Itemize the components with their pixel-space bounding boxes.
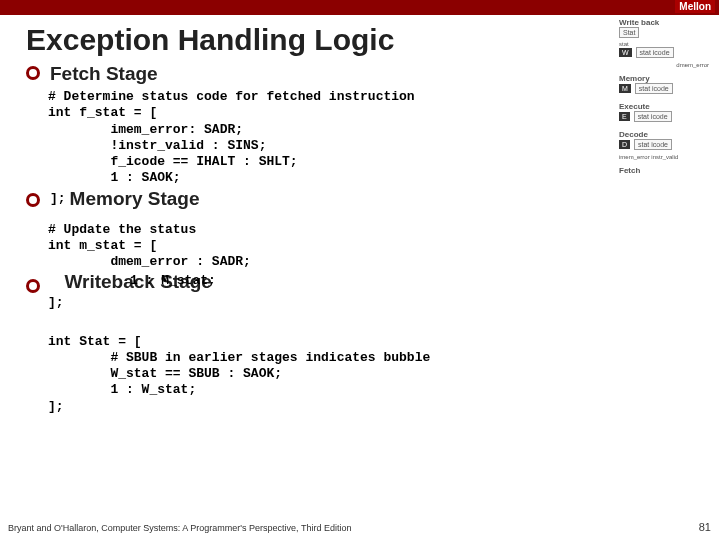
slide-title: Exception Handling Logic [26,23,719,57]
fetch-stage-label: Fetch Stage [50,63,158,85]
diagram-decode-label: Decode [619,130,709,139]
diagram-imem-error: imem_error instr_valid [619,154,709,160]
memory-overlay-code: 1 : M_stat; [130,273,216,288]
pipeline-diagram: Write back Stat stat W stat icode dmem_e… [619,12,709,175]
diagram-stat-oval: Stat [619,27,639,38]
header-bar: Mellon [0,0,719,15]
bullet-icon [26,279,40,293]
writeback-stage-heading: Writeback Stage 1 : M_stat; [26,271,719,293]
memory-code: # Update the status int m_stat = [ dmem_… [48,222,719,271]
diagram-m-fields: stat icode [635,83,673,94]
bullet-icon [26,193,40,207]
bullet-icon [26,66,40,80]
diagram-d-fields: stat icode [634,139,672,150]
fetch-stage-heading: Fetch Stage [26,63,719,85]
memory-stage-heading: ]; Memory Stage [26,188,719,210]
diagram-d-reg: D [619,140,630,149]
footer-citation: Bryant and O'Hallaron, Computer Systems:… [8,523,351,533]
diagram-e-fields: stat icode [634,111,672,122]
memory-close-bracket: ]; [48,295,719,311]
writeback-code: int Stat = [ # SBUB in earlier stages in… [48,334,719,415]
diagram-dmem-error: dmem_error [619,62,709,68]
diagram-execute-label: Execute [619,102,709,111]
diagram-w-fields: stat icode [636,47,674,58]
diagram-w-reg: W [619,48,632,57]
diagram-e-reg: E [619,112,630,121]
diagram-m-reg: M [619,84,631,93]
diagram-stat-text: stat [619,41,629,47]
diagram-memory-label: Memory [619,74,709,83]
fetch-close-bracket: ]; [50,191,66,206]
memory-stage-label: Memory Stage [70,188,200,210]
page-number: 81 [699,521,711,533]
diagram-fetch-label: Fetch [619,166,709,175]
diagram-writeback-label: Write back [619,18,709,27]
